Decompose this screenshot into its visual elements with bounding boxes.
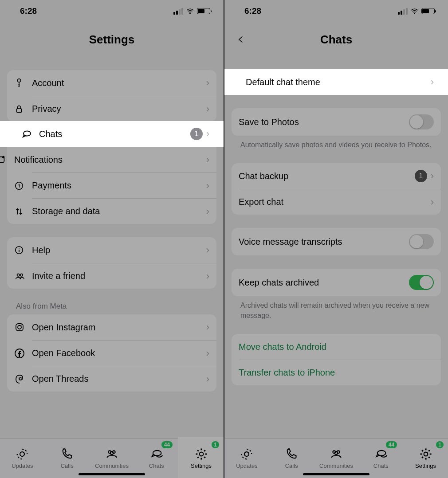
section-header-meta: Also from Meta [7, 289, 216, 314]
status-time: 6:28 [244, 6, 261, 16]
row-transfer-iphone[interactable]: Transfer chats to iPhone [239, 360, 441, 385]
home-indicator [303, 473, 369, 475]
settings-row-invite[interactable]: Invite a friend › [32, 263, 216, 289]
row-open-facebook[interactable]: Open Facebook › [32, 340, 216, 366]
cellular-icon [398, 8, 408, 15]
settings-row-payments[interactable]: ₹ Payments › [32, 172, 216, 198]
tab-settings[interactable]: 1 Settings [403, 439, 448, 478]
svg-point-9 [20, 274, 23, 276]
chats-tab-icon [149, 447, 164, 461]
settings-row-label: Storage and data [32, 206, 206, 216]
tab-label: Communities [319, 462, 353, 469]
tab-communities[interactable]: Communities [314, 439, 359, 478]
people-icon [7, 271, 32, 281]
gear-icon [194, 447, 209, 461]
caption-save-photos: Automatically save photos and videos you… [232, 136, 441, 150]
svg-point-23 [334, 451, 338, 454]
svg-text:₹: ₹ [18, 183, 20, 188]
chevron-right-icon: › [431, 76, 434, 88]
row-open-instagram[interactable]: Open Instagram › [7, 314, 216, 340]
settings-row-help[interactable]: Help › [7, 237, 216, 263]
instagram-icon [14, 322, 32, 333]
battery-icon [197, 8, 210, 14]
tab-label: Calls [285, 462, 298, 469]
svg-point-11 [18, 325, 21, 329]
info-icon [14, 245, 32, 255]
settings-row-label: Voice message transcripts [239, 237, 409, 247]
tab-updates[interactable]: Updates [0, 439, 45, 478]
communities-icon [329, 447, 344, 461]
tab-label: Calls [61, 462, 74, 469]
chevron-right-icon: › [206, 270, 209, 282]
tab-communities[interactable]: Communities [90, 439, 134, 478]
page-title: Chats [224, 22, 448, 57]
status-bar: 6:28 [0, 0, 224, 22]
settings-row-notifications[interactable]: Notifications › [7, 147, 216, 172]
tab-chats[interactable]: 44 Chats [134, 439, 179, 478]
row-keep-archived[interactable]: Keep chats archived [232, 269, 441, 296]
back-button[interactable] [234, 33, 248, 46]
arrows-updown-icon [7, 207, 32, 216]
settings-row-account[interactable]: Account › [7, 70, 216, 96]
wifi-icon [186, 7, 194, 16]
settings-row-label: Chat backup [239, 171, 415, 181]
settings-row-label: Move chats to Android [239, 342, 434, 352]
settings-row-label: Help [32, 245, 206, 255]
tab-bar: Updates Calls Communities 44 Chats 1 Set… [0, 438, 224, 478]
row-save-to-photos[interactable]: Save to Photos [232, 108, 441, 136]
lock-icon [7, 104, 32, 114]
svg-point-0 [189, 13, 190, 14]
settings-row-label: Save to Photos [239, 117, 409, 127]
caption-archived: Archived chats will remain archived when… [232, 296, 441, 321]
chevron-right-icon: › [206, 180, 209, 192]
status-bar: 6:28 [224, 0, 448, 22]
tab-bar: Updates Calls Communities 44 Chats 1 Set… [224, 438, 448, 478]
cellular-icon [173, 8, 183, 15]
row-chat-backup[interactable]: Chat backup 1 › [232, 163, 441, 189]
svg-point-19 [414, 13, 415, 14]
tab-settings[interactable]: 1 Settings [179, 439, 224, 478]
page-title: Settings [0, 22, 224, 57]
settings-row-chats[interactable]: Chats 1 › [7, 121, 216, 147]
chevron-right-icon: › [206, 128, 209, 140]
key-icon [14, 78, 32, 88]
toggle-voice-transcripts[interactable] [409, 234, 434, 249]
tab-label: Chats [149, 462, 164, 469]
tab-badge: 44 [386, 441, 397, 448]
toggle-keep-archived[interactable] [409, 275, 434, 290]
chevron-right-icon: › [206, 373, 209, 385]
tab-label: Chats [373, 462, 389, 469]
tab-calls[interactable]: Calls [45, 439, 90, 478]
tab-updates[interactable]: Updates [224, 439, 269, 478]
settings-row-storage[interactable]: Storage and data › [32, 198, 216, 224]
tab-chats[interactable]: 44 Chats [358, 439, 403, 478]
chevron-right-icon: › [206, 321, 209, 333]
row-open-threads[interactable]: Open Threads › [32, 366, 216, 392]
svg-point-20 [244, 452, 249, 456]
row-voice-transcripts[interactable]: Voice message transcripts [232, 228, 441, 255]
settings-row-privacy[interactable]: Privacy › [32, 96, 216, 121]
settings-row-label: Account [32, 78, 206, 88]
settings-row-label: Open Threads [32, 374, 206, 384]
row-move-android[interactable]: Move chats to Android [232, 334, 441, 360]
chevron-right-icon: › [206, 154, 209, 165]
tab-label: Settings [415, 462, 436, 469]
settings-row-label: Notifications [14, 155, 206, 165]
tab-calls[interactable]: Calls [269, 439, 314, 478]
updates-icon [239, 447, 254, 461]
settings-row-label: Default chat theme [246, 77, 431, 87]
toggle-save-photos[interactable] [409, 114, 434, 129]
tab-label: Settings [191, 462, 212, 469]
row-default-chat-theme[interactable]: Default chat theme › [232, 69, 441, 95]
updates-icon [15, 447, 30, 461]
chats-tab-icon [373, 447, 389, 461]
svg-point-14 [20, 452, 24, 456]
badge-count: 1 [415, 170, 427, 182]
chat-bubble-icon [21, 129, 39, 139]
settings-row-label: Transfer chats to iPhone [239, 368, 434, 378]
chevron-right-icon: › [431, 170, 434, 182]
settings-row-label: Export chat [239, 197, 431, 207]
communities-icon [104, 447, 119, 461]
row-export-chat[interactable]: Export chat › [239, 189, 441, 215]
chevron-right-icon: › [206, 77, 209, 89]
